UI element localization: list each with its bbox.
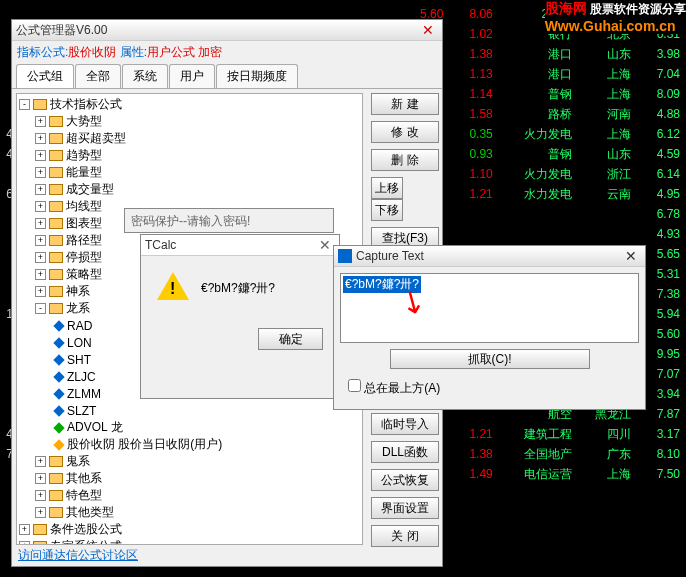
restore-button[interactable]: 公式恢复 — [371, 469, 439, 491]
diamond-icon — [53, 371, 64, 382]
tree-node[interactable]: SLZT — [19, 402, 360, 419]
diamond-icon — [53, 337, 64, 348]
folder-icon — [49, 252, 63, 263]
close-button[interactable]: 关 闭 — [371, 525, 439, 547]
tree-node[interactable]: +特色型 — [19, 487, 360, 504]
folder-icon — [33, 524, 47, 535]
tree-node[interactable]: +趋势型 — [19, 147, 360, 164]
tree-node[interactable]: -技术指标公式 — [19, 96, 360, 113]
expand-icon[interactable]: + — [35, 116, 46, 127]
ok-button[interactable]: 确定 — [258, 328, 323, 350]
tcalc-message: €?bM?鐮?卅? — [201, 280, 275, 297]
expand-icon[interactable]: + — [35, 235, 46, 246]
expand-icon[interactable]: + — [35, 507, 46, 518]
folder-icon — [49, 490, 63, 501]
diamond-icon — [53, 405, 64, 416]
capture-title: Capture Text — [356, 249, 621, 263]
close-icon[interactable]: ✕ — [315, 237, 335, 253]
expand-icon[interactable]: + — [35, 490, 46, 501]
folder-icon — [49, 201, 63, 212]
tree-node[interactable]: +条件选股公式 — [19, 521, 360, 538]
folder-icon — [49, 507, 63, 518]
folder-icon — [49, 286, 63, 297]
folder-icon — [49, 235, 63, 246]
folder-icon — [49, 218, 63, 229]
tree-node[interactable]: +超买超卖型 — [19, 130, 360, 147]
delete-button[interactable]: 删 除 — [371, 149, 439, 171]
tree-node[interactable]: +成交量型 — [19, 181, 360, 198]
folder-icon — [49, 269, 63, 280]
tab-3[interactable]: 用户 — [169, 64, 215, 88]
tree-node[interactable]: +能量型 — [19, 164, 360, 181]
folder-icon — [49, 184, 63, 195]
close-icon[interactable]: ✕ — [621, 248, 641, 264]
folder-icon — [33, 541, 47, 545]
forum-link[interactable]: 访问通达信公式讨论区 — [18, 547, 138, 564]
expand-icon[interactable]: + — [19, 524, 30, 535]
tree-node[interactable]: 股价收阴 股价当日收阴(用户) — [19, 436, 360, 453]
import-button[interactable]: 临时导入 — [371, 413, 439, 435]
capture-text-area[interactable]: €?bM?鐮?卅? ↘ — [340, 273, 639, 343]
expand-icon[interactable]: + — [35, 167, 46, 178]
dll-button[interactable]: DLL函数 — [371, 441, 439, 463]
diamond-icon — [53, 320, 64, 331]
subtitle-bar: 指标公式:股价收阴 属性:用户公式 加密 — [12, 41, 442, 64]
capture-text-window: Capture Text ✕ €?bM?鐮?卅? ↘ 抓取(C)! 总在最上方(… — [333, 245, 646, 410]
diamond-icon — [53, 439, 64, 450]
tcalc-title: TCalc — [145, 238, 315, 252]
expand-icon[interactable]: + — [35, 269, 46, 280]
folder-icon — [49, 456, 63, 467]
diamond-icon — [53, 388, 64, 399]
grab-button[interactable]: 抓取(C)! — [390, 349, 590, 369]
expand-icon[interactable]: + — [35, 473, 46, 484]
diamond-icon — [53, 422, 64, 433]
folder-icon — [49, 473, 63, 484]
expand-icon[interactable]: + — [19, 541, 30, 545]
tree-node[interactable]: +其他类型 — [19, 504, 360, 521]
always-on-top-checkbox[interactable] — [348, 379, 361, 392]
folder-icon — [33, 99, 47, 110]
diamond-icon — [53, 354, 64, 365]
modify-button[interactable]: 修 改 — [371, 121, 439, 143]
password-prompt: 密码保护--请输入密码! — [124, 208, 334, 233]
brand-name: 股海网 — [545, 0, 587, 16]
ui-settings-button[interactable]: 界面设置 — [371, 497, 439, 519]
always-on-top-label: 总在最上方(A) — [364, 381, 440, 395]
brand-url: Www.Guhai.com.cn — [545, 18, 676, 34]
tree-node[interactable]: ADVOL 龙 — [19, 419, 360, 436]
folder-icon — [49, 116, 63, 127]
tab-0[interactable]: 公式组 — [16, 64, 74, 88]
expand-icon[interactable]: + — [35, 184, 46, 195]
password-label: 密码保护--请输入密码! — [131, 214, 250, 228]
tree-node[interactable]: +专家系统公式 — [19, 538, 360, 545]
tab-4[interactable]: 按日期频度 — [216, 64, 298, 88]
warning-icon: ! — [157, 272, 189, 304]
expand-icon[interactable]: - — [35, 303, 46, 314]
folder-icon — [49, 303, 63, 314]
folder-icon — [49, 133, 63, 144]
app-icon — [338, 249, 352, 263]
expand-icon[interactable]: + — [35, 218, 46, 229]
close-icon[interactable]: ✕ — [418, 22, 438, 38]
folder-icon — [49, 150, 63, 161]
move-up-button[interactable]: 上移 — [371, 177, 403, 199]
tree-node[interactable]: +鬼系 — [19, 453, 360, 470]
expand-icon[interactable]: + — [35, 150, 46, 161]
expand-icon[interactable]: + — [35, 286, 46, 297]
expand-icon[interactable]: + — [35, 456, 46, 467]
expand-icon[interactable]: - — [19, 99, 30, 110]
new-button[interactable]: 新 建 — [371, 93, 439, 115]
expand-icon[interactable]: + — [35, 133, 46, 144]
tree-node[interactable]: +大势型 — [19, 113, 360, 130]
folder-icon — [49, 167, 63, 178]
brand-tagline: 股票软件资源分享 — [590, 2, 686, 16]
move-down-button[interactable]: 下移 — [371, 199, 403, 221]
tab-1[interactable]: 全部 — [75, 64, 121, 88]
tcalc-dialog: TCalc ✕ ! €?bM?鐮?卅? 确定 — [140, 234, 340, 399]
expand-icon[interactable]: + — [35, 201, 46, 212]
expand-icon[interactable]: + — [35, 252, 46, 263]
window-title: 公式管理器V6.00 — [16, 22, 418, 39]
tab-2[interactable]: 系统 — [122, 64, 168, 88]
tree-node[interactable]: +其他系 — [19, 470, 360, 487]
